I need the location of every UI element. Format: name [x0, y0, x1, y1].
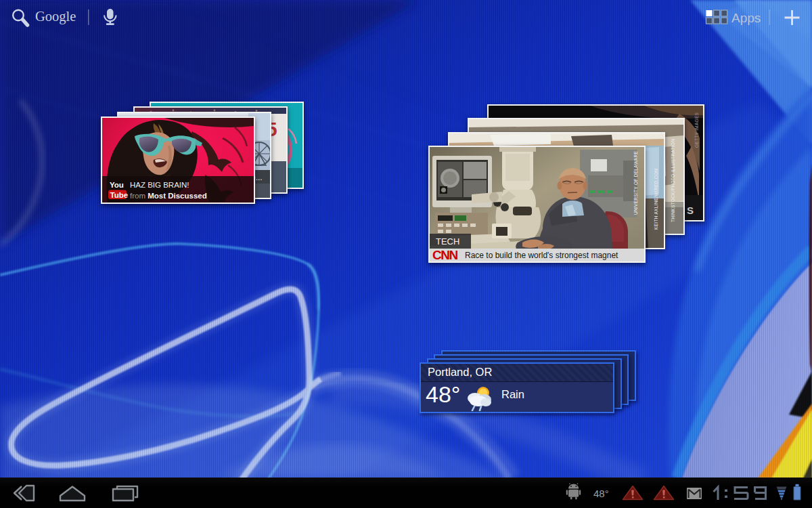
svg-text:S: S — [687, 205, 694, 216]
svg-text:UNIVERSITY OF DELAWARE: UNIVERSITY OF DELAWARE — [633, 151, 638, 215]
svg-text:from Most Discussed: from Most Discussed — [130, 192, 207, 200]
svg-text:THINKSTOCK/PHOTO ILLUSTRATION: THINKSTOCK/PHOTO ILLUSTRATION — [671, 139, 675, 222]
svg-text:Google: Google — [35, 9, 76, 24]
svg-text:48°: 48° — [593, 488, 609, 499]
svg-text:Tube: Tube — [110, 191, 129, 199]
svg-text:HAZ BIG BRAIN!: HAZ BIG BRAIN! — [130, 181, 189, 189]
svg-text:CNN: CNN — [432, 248, 457, 262]
svg-text:KEITH AXLINE/WIRED.COM: KEITH AXLINE/WIRED.COM — [654, 168, 658, 230]
svg-text:Race to build the world's stro: Race to build the world's strongest magn… — [465, 251, 618, 260]
svg-text:Apps: Apps — [731, 11, 761, 25]
svg-text:TECH: TECH — [436, 236, 459, 247]
svg-text:You: You — [110, 181, 124, 189]
svg-text:GETTY IMAGES: GETTY IMAGES — [694, 112, 699, 148]
